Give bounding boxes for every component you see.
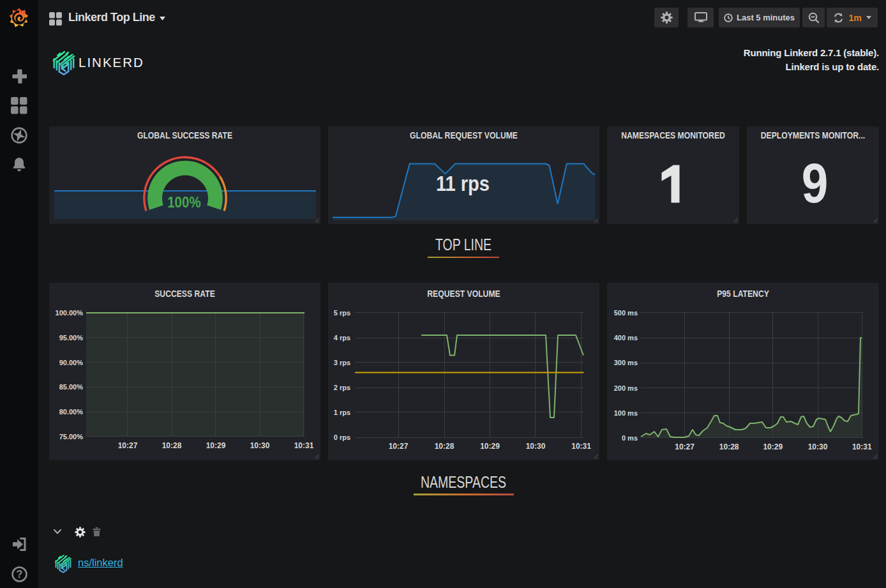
svg-text:80.00%: 80.00% — [59, 408, 84, 416]
svg-text:10:27: 10:27 — [118, 441, 138, 450]
svg-text:0 rps: 0 rps — [334, 433, 350, 441]
svg-text:10:31: 10:31 — [294, 441, 314, 450]
svg-text:10:27: 10:27 — [675, 442, 695, 451]
svg-text:?: ? — [16, 569, 22, 580]
svg-text:10:31: 10:31 — [852, 442, 872, 451]
svg-text:10:30: 10:30 — [526, 442, 546, 451]
svg-text:5 rps: 5 rps — [334, 309, 350, 317]
svg-text:10:29: 10:29 — [480, 442, 500, 451]
svg-text:300 ms: 300 ms — [614, 359, 638, 366]
svg-text:500 ms: 500 ms — [614, 309, 638, 317]
svg-text:10:30: 10:30 — [250, 441, 270, 450]
svg-text:10:28: 10:28 — [435, 442, 454, 451]
svg-text:11 rps: 11 rps — [436, 171, 490, 196]
svg-text:2 rps: 2 rps — [334, 384, 350, 391]
svg-text:10:28: 10:28 — [719, 442, 739, 451]
svg-text:1 rps: 1 rps — [334, 409, 350, 416]
svg-text:10:29: 10:29 — [206, 441, 226, 450]
svg-text:10:31: 10:31 — [571, 442, 591, 451]
svg-text:10:30: 10:30 — [808, 442, 828, 451]
svg-text:10:29: 10:29 — [763, 442, 783, 451]
svg-text:100.00%: 100.00% — [56, 309, 84, 317]
svg-text:85.00%: 85.00% — [59, 383, 84, 391]
svg-text:10:28: 10:28 — [162, 441, 182, 450]
svg-text:400 ms: 400 ms — [614, 334, 638, 342]
svg-text:90.00%: 90.00% — [59, 359, 84, 366]
svg-text:10:27: 10:27 — [389, 442, 409, 451]
svg-text:0 ms: 0 ms — [622, 434, 638, 442]
svg-text:100 ms: 100 ms — [614, 409, 638, 417]
svg-text:95.00%: 95.00% — [59, 334, 84, 342]
svg-text:200 ms: 200 ms — [614, 384, 638, 392]
svg-text:4 rps: 4 rps — [334, 334, 350, 342]
svg-text:100%: 100% — [167, 193, 200, 210]
svg-text:75.00%: 75.00% — [59, 433, 84, 441]
svg-text:3 rps: 3 rps — [334, 359, 350, 366]
